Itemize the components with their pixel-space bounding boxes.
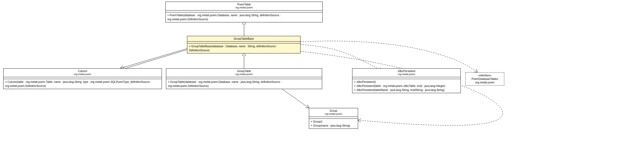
operation: + Group() <box>311 120 356 124</box>
operation: + Group(name : java.lang.String) <box>311 124 356 128</box>
class-header: GroupTableBase <box>187 36 300 42</box>
interface-poemdatabasetables[interactable]: «interface» PoemDatabaseTables org.melat… <box>465 72 504 86</box>
operation: + PoemTable(database : org.melati.poem.D… <box>167 13 321 21</box>
class-header: JdbcPersistent org.melati.poem <box>352 69 461 77</box>
class-column[interactable]: Column org.melati.poem + Column(table : … <box>3 68 162 89</box>
op-compartment: + PoemTable(database : org.melati.poem.D… <box>166 12 322 22</box>
class-package: org.melati.poem <box>168 73 320 76</box>
class-header: Group org.melati.poem <box>309 108 358 117</box>
class-group[interactable]: Group org.melati.poem + Group() + Group(… <box>309 108 358 129</box>
class-package: org.melati.poem <box>354 73 459 76</box>
class-poemtable[interactable]: PoemTable org.melati.poem + PoemTable(da… <box>165 2 323 22</box>
class-header: Column org.melati.poem <box>4 69 162 77</box>
attr-compartment <box>309 117 358 119</box>
operation: + Column(table : org.melati.poem.Table, … <box>5 80 160 88</box>
class-package: org.melati.poem <box>311 113 356 116</box>
operation: + GroupTable(database : org.melati.poem.… <box>168 80 320 88</box>
attr-compartment <box>166 77 322 79</box>
op-compartment: + GroupTableBase(database : Database, na… <box>187 43 300 53</box>
op-compartment: + JdbcPersistent() + JdbcPersistent(tabl… <box>352 79 461 93</box>
interface-stereo: «interface» <box>468 74 502 77</box>
attr-compartment <box>166 11 322 12</box>
operation: + JdbcPersistent() <box>354 80 459 84</box>
class-grouptable[interactable]: GroupTable org.melati.poem + GroupTable(… <box>166 68 322 89</box>
class-name: GroupTable <box>168 69 320 73</box>
interface-name: PoemDatabaseTables <box>468 77 502 81</box>
svg-line-3 <box>122 50 187 69</box>
class-package: org.melati.poem <box>167 6 321 9</box>
operation: + JdbcPersistent(table : org.melati.poem… <box>354 84 459 88</box>
class-name: JdbcPersistent <box>354 69 459 73</box>
operation: + JdbcPersistent(tableName : java.lang.S… <box>354 88 459 92</box>
svg-line-2 <box>120 49 187 68</box>
op-compartment: + GroupTable(database : org.melati.poem.… <box>166 79 322 89</box>
op-compartment: + Column(table : org.melati.poem.Table, … <box>4 79 162 89</box>
class-header: GroupTable org.melati.poem <box>166 69 322 77</box>
class-name: Group <box>311 109 356 113</box>
attr-compartment <box>352 77 461 79</box>
class-jdbcpersistent[interactable]: JdbcPersistent org.melati.poem + JdbcPer… <box>352 68 461 93</box>
class-name: GroupTableBase <box>189 37 299 40</box>
class-package: org.melati.poem <box>5 73 160 76</box>
class-name: Column <box>5 69 160 73</box>
attr-compartment <box>187 42 300 43</box>
interface-package: org.melati.poem <box>468 81 502 84</box>
operation: + GroupTableBase(database : Database, na… <box>189 44 299 52</box>
class-name: PoemTable <box>167 3 321 6</box>
attr-compartment <box>4 77 162 79</box>
op-compartment: + Group() + Group(name : java.lang.Strin… <box>309 119 358 128</box>
svg-line-4 <box>278 86 309 108</box>
class-header: PoemTable org.melati.poem <box>166 2 322 11</box>
class-grouptablebase[interactable]: GroupTableBase + GroupTableBase(database… <box>187 36 301 53</box>
